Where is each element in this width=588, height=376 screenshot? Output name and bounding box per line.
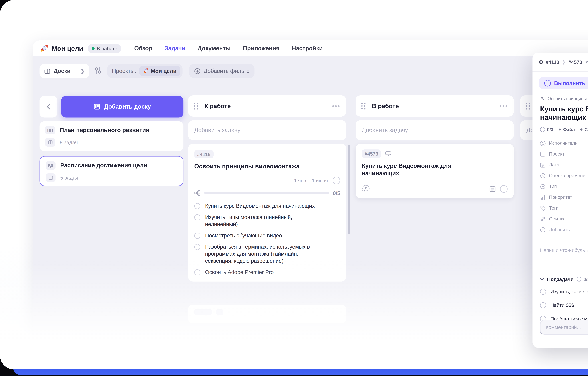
checklist-item[interactable]: Освоить Adobe Premier Pro bbox=[194, 269, 340, 276]
breadcrumb-parent-id[interactable]: #4118 bbox=[546, 59, 559, 65]
parent-task-link[interactable]: Освоить принципы видеомонтажа bbox=[533, 89, 588, 101]
complete-circle-icon[interactable] bbox=[332, 177, 340, 184]
app-header: Мои цели В работе Обзор Задачи Документы… bbox=[33, 41, 588, 56]
plus-circle-icon bbox=[194, 68, 200, 74]
progress-circle-icon bbox=[540, 127, 545, 132]
field-add[interactable]: Добавить... bbox=[540, 224, 588, 235]
board-list-item[interactable]: ПП План персонального развития 8 задач bbox=[40, 121, 183, 151]
checkbox-circle-icon[interactable] bbox=[194, 244, 200, 250]
subtasks-list: Изучить, какие есть курсы 0 bbox=[533, 282, 588, 324]
panel-icon[interactable] bbox=[539, 59, 543, 65]
subtask-row[interactable]: Найти $$$ 0 bbox=[540, 300, 588, 310]
add-link-button[interactable]: +Связь bbox=[580, 127, 588, 132]
status-badge[interactable]: В работе bbox=[88, 44, 121, 53]
modal-task-title[interactable]: Купить курс Видеомонтаж для начинающих bbox=[533, 101, 588, 122]
main-tabs: Обзор Задачи Документы Приложения Настро… bbox=[134, 45, 323, 52]
add-task-input[interactable]: Добавить задачу bbox=[356, 120, 514, 140]
chevron-right-icon: ❯ bbox=[80, 68, 85, 74]
board-initials: ПП bbox=[45, 126, 55, 135]
priority-icon bbox=[540, 194, 546, 200]
tasks-count: 5 задач bbox=[60, 175, 78, 180]
checkbox-circle-icon[interactable] bbox=[194, 203, 200, 209]
description-input[interactable]: Напиши что-нибудь или нажми "/" для доп.… bbox=[533, 235, 588, 253]
assignee-icon bbox=[540, 140, 546, 146]
checkbox-circle-icon[interactable] bbox=[194, 269, 200, 275]
calendar-icon[interactable] bbox=[489, 185, 496, 192]
board-icon bbox=[45, 138, 55, 147]
checkbox-circle-icon[interactable] bbox=[194, 233, 200, 239]
checklist-item[interactable]: Изучить типы монтажа (линейный, нелинейн… bbox=[194, 214, 340, 228]
assignee-icon[interactable] bbox=[362, 185, 370, 193]
column-menu-icon[interactable]: ••• bbox=[332, 103, 341, 110]
plus-circle-icon bbox=[540, 227, 546, 232]
task-card-partial[interactable] bbox=[188, 304, 346, 323]
checklist-item[interactable]: Купить курс Видеомонтаж для начинающих bbox=[194, 203, 340, 210]
progress-circle-icon bbox=[577, 277, 582, 282]
url-icon bbox=[540, 216, 546, 222]
drag-handle-icon[interactable] bbox=[526, 103, 530, 109]
project-chip[interactable]: Мои цели bbox=[139, 66, 180, 76]
add-board-button[interactable]: Добавить доску bbox=[61, 96, 183, 117]
sidebar-collapse-button[interactable] bbox=[40, 96, 57, 117]
field-date[interactable]: Дата Выбрать дату... bbox=[540, 159, 588, 170]
field-type[interactable]: Тип Действие bbox=[540, 181, 588, 192]
checklist-item[interactable]: Разобраться в терминах, используемых в п… bbox=[194, 243, 340, 265]
drag-handle-icon[interactable] bbox=[194, 103, 198, 109]
field-url[interactable]: Ссылка Введите ссылку bbox=[540, 213, 588, 224]
board-icon bbox=[44, 68, 50, 74]
project-icon bbox=[540, 151, 546, 157]
task-card-4573[interactable]: #4573 Купить курс Видеомонтаж для начина… bbox=[356, 144, 514, 198]
progress-count: 0/5 bbox=[333, 190, 340, 196]
add-filter-button[interactable]: Добавить фильтр bbox=[189, 64, 255, 78]
checkbox-circle-icon[interactable] bbox=[194, 214, 200, 220]
checkbox-circle-icon[interactable] bbox=[540, 302, 546, 308]
column-menu-icon[interactable]: ••• bbox=[500, 103, 508, 110]
field-project[interactable]: Проект Мои цели ❯ Расписание до... ❯ bbox=[540, 148, 588, 159]
board-list-item-selected[interactable]: РД Расписание достижения цели 5 задач bbox=[40, 156, 183, 186]
field-estimate[interactable]: Оценка времени Оценить... bbox=[540, 170, 588, 181]
drag-handle-icon[interactable] bbox=[361, 103, 365, 109]
task-id-badge: #4118 bbox=[194, 150, 214, 158]
tags-icon bbox=[540, 205, 546, 211]
tab-apps[interactable]: Приложения bbox=[243, 45, 279, 52]
link-icon[interactable] bbox=[585, 60, 588, 65]
subtasks-icon bbox=[194, 190, 200, 196]
filters-icon[interactable] bbox=[93, 66, 103, 75]
parent-board-icon bbox=[385, 150, 392, 157]
tab-documents[interactable]: Документы bbox=[198, 45, 231, 52]
type-icon bbox=[540, 184, 546, 189]
projects-filter[interactable]: Проекты: Мои цели bbox=[107, 64, 183, 78]
subtask-row[interactable]: Изучить, какие есть курсы 0 bbox=[540, 286, 588, 297]
complete-circle-icon[interactable] bbox=[500, 185, 508, 192]
board-icon bbox=[46, 173, 55, 182]
field-tags[interactable]: Теги Пусто... bbox=[540, 203, 588, 213]
task-id-badge: #4573 bbox=[362, 149, 381, 158]
task-dates: 1 янв. - 1 июня bbox=[294, 178, 328, 183]
add-task-input[interactable]: Добавить задачу bbox=[188, 120, 346, 140]
column-header-todo[interactable]: К работе ••• bbox=[188, 95, 346, 116]
task-card-4118[interactable]: #4118 Освоить принципы видеомонтажа 1 ян… bbox=[188, 144, 346, 282]
modal-fields: Исполнители Назначить... Проект bbox=[533, 132, 588, 235]
add-file-button[interactable]: +Файл bbox=[558, 127, 575, 132]
modal-header: #4118 ❯ #4573 Приватность Подписчики bbox=[533, 53, 588, 72]
breadcrumb-current-id[interactable]: #4573 bbox=[568, 59, 582, 65]
rocket-icon bbox=[41, 45, 48, 52]
tab-tasks[interactable]: Задачи bbox=[164, 45, 185, 52]
comment-input[interactable]: Комментарий... 0 bbox=[540, 320, 588, 335]
boards-button[interactable]: Доски ❯ bbox=[40, 64, 89, 78]
column-scrollbar[interactable] bbox=[348, 145, 350, 234]
task-id-badge bbox=[194, 309, 212, 315]
column-header-inprogress[interactable]: В работе ••• bbox=[356, 95, 514, 116]
field-priority[interactable]: Приоритет Выбрать... bbox=[540, 192, 588, 203]
checklist-item[interactable]: Посмотреть обучающие видео bbox=[194, 232, 340, 239]
complete-button[interactable]: Выполнить bbox=[539, 77, 588, 89]
tab-settings[interactable]: Настройки bbox=[292, 45, 323, 52]
checklist-progress[interactable]: 0/3 bbox=[540, 127, 553, 132]
progress-bar bbox=[204, 192, 329, 194]
checkbox-circle-icon[interactable] bbox=[540, 288, 546, 294]
tasks-count: 8 задач bbox=[60, 140, 78, 145]
field-assignees[interactable]: Исполнители Назначить... bbox=[540, 138, 588, 148]
checklist: Купить курс Видеомонтаж для начинающих И… bbox=[194, 203, 340, 276]
subtasks-header[interactable]: Подзадачи 0/3 bbox=[533, 270, 588, 282]
tab-overview[interactable]: Обзор bbox=[134, 45, 152, 52]
